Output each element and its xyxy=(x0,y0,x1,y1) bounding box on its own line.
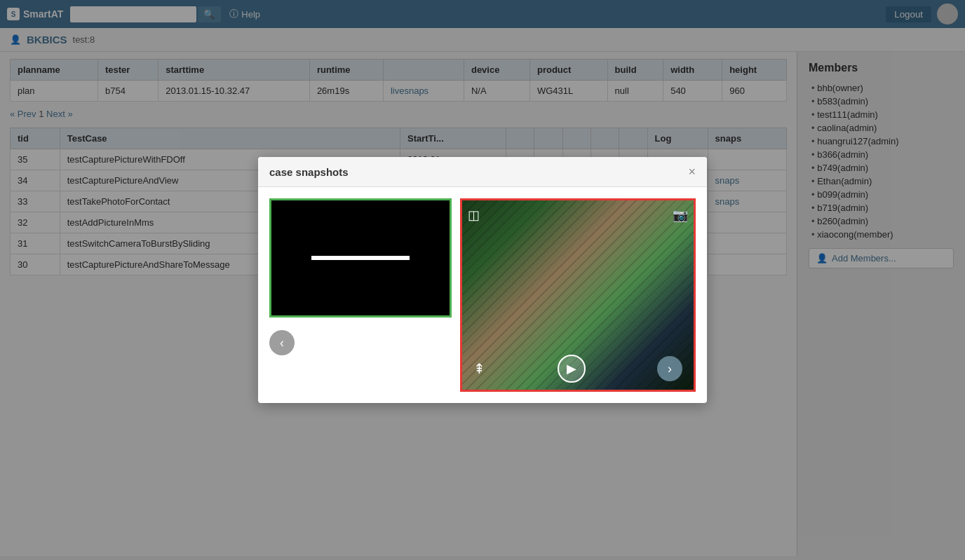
modal-header: case snapshots × xyxy=(258,157,707,187)
modal-close-button[interactable]: × xyxy=(688,165,696,178)
white-bar xyxy=(311,256,410,260)
snapshot-video: ◫ 📷 ⇞ ▶ › xyxy=(460,198,696,392)
snapshot-right: ◫ 📷 ⇞ ▶ › xyxy=(460,198,696,392)
modal-body: ‹ ◫ 📷 ⇞ ▶ › xyxy=(258,187,707,403)
snapshot-image-left xyxy=(269,198,452,317)
video-controls: ⇞ ▶ › xyxy=(462,355,694,383)
play-button[interactable]: ▶ xyxy=(558,355,586,383)
modal-overlay[interactable]: case snapshots × ‹ ◫ xyxy=(0,0,965,556)
snapshot-left: ‹ xyxy=(269,198,452,355)
video-background: ◫ 📷 ⇞ ▶ › xyxy=(462,200,694,390)
video-icons-top: ◫ 📷 xyxy=(462,205,694,226)
case-snapshots-modal: case snapshots × ‹ ◫ xyxy=(258,157,707,403)
prev-arrow-button[interactable]: ‹ xyxy=(269,330,295,355)
nav-arrows-row: ‹ xyxy=(269,325,452,355)
next-arrow-button[interactable]: › xyxy=(657,356,682,381)
screen-icon[interactable]: ◫ xyxy=(468,207,480,223)
share-icon[interactable]: ⇞ xyxy=(473,360,485,377)
modal-title: case snapshots xyxy=(269,166,349,178)
camera-icon[interactable]: 📷 xyxy=(673,207,688,223)
